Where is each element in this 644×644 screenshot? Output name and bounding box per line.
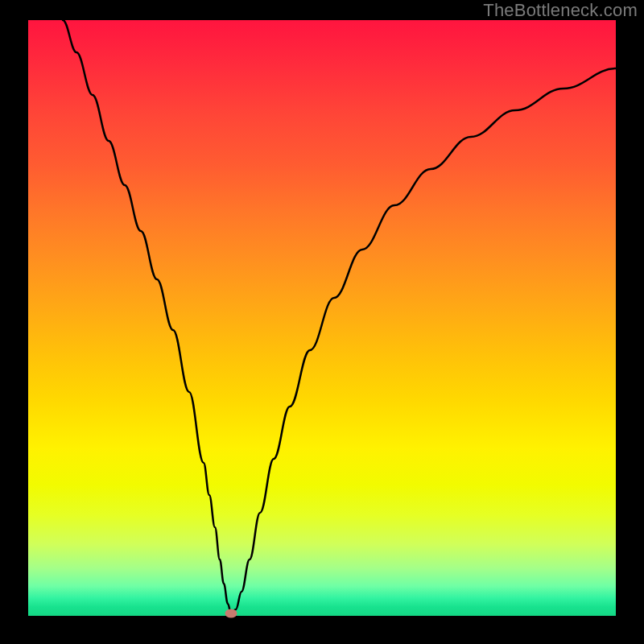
watermark-text: TheBottleneck.com	[483, 0, 638, 21]
minimum-marker-icon	[225, 609, 237, 618]
plot-gradient-background	[28, 20, 616, 616]
chart-frame: TheBottleneck.com	[0, 0, 644, 644]
